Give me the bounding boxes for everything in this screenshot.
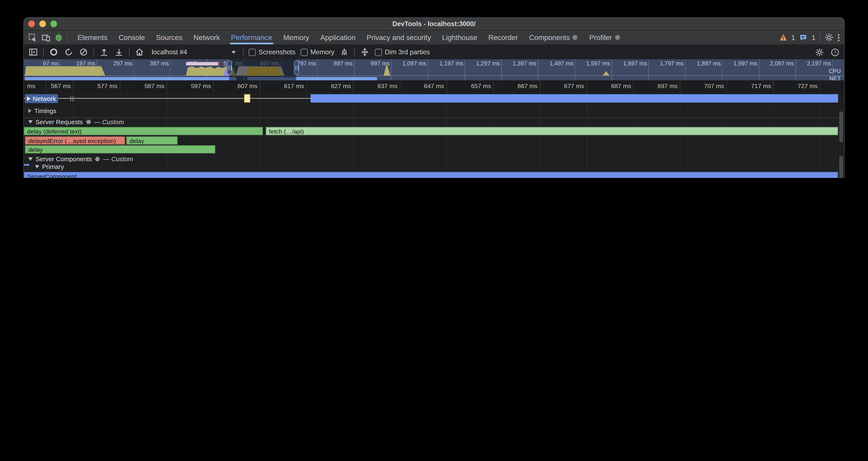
cpu-baseline: [24, 75, 844, 76]
divider: [820, 33, 820, 42]
overview-selection-window[interactable]: [229, 59, 296, 80]
track-drag-handle[interactable]: [70, 96, 74, 102]
flame-scrollbar-thumb[interactable]: [839, 156, 843, 178]
collapse-track-icon[interactable]: [28, 120, 33, 123]
toggle-sidebar-icon[interactable]: [28, 47, 38, 57]
tab-performance[interactable]: Performance: [225, 31, 278, 45]
ruler-time-label: 657 ms: [453, 83, 491, 89]
ruler-time-label: 587 ms: [126, 83, 164, 89]
ruler-time-label: 687 ms: [592, 83, 631, 89]
track-server-components[interactable]: Server Components — Custom: [28, 156, 133, 162]
panel-tabs: Elements Console Sources Network Perform…: [72, 31, 626, 45]
checkbox-box: [301, 49, 308, 56]
react-atom-icon: [614, 34, 620, 40]
track-group-marker: [24, 164, 29, 166]
save-profile-icon[interactable]: [114, 47, 124, 57]
dim-3rd-parties-checkbox[interactable]: Dim 3rd parties: [375, 48, 430, 56]
tab-privacy-and-security[interactable]: Privacy and security: [361, 31, 437, 45]
network-request-bar[interactable]: [244, 94, 250, 103]
tab-console[interactable]: Console: [113, 31, 150, 45]
performance-toolbar: localhost #4 Screenshots Memory Dim 3r: [24, 45, 844, 59]
warnings-indicator[interactable]: [779, 34, 787, 41]
help-icon[interactable]: ?: [830, 47, 840, 57]
checkbox-box: [249, 49, 256, 56]
clear-icon[interactable]: [79, 47, 89, 57]
ruler-time-label: 727 ms: [779, 83, 817, 89]
reload-and-record-icon[interactable]: [64, 47, 74, 57]
collapse-track-icon[interactable]: [28, 157, 33, 161]
ruler-time-label: 667 ms: [499, 83, 537, 89]
load-profile-icon[interactable]: [99, 47, 109, 57]
chevron-down-icon: [231, 51, 236, 54]
event-bar-delay-deferred-text[interactable]: delay (deferred text): [24, 127, 263, 135]
react-atom-icon: [572, 34, 578, 40]
memory-checkbox[interactable]: Memory: [301, 48, 335, 56]
track-timings[interactable]: Timings: [28, 108, 56, 114]
screen: DevTools - localhost:3000/ Elements Cons…: [0, 0, 868, 178]
flame-gridlines: [24, 93, 844, 178]
collapse-group-icon[interactable]: [35, 165, 39, 169]
divider: [354, 48, 355, 56]
network-request-bar[interactable]: [311, 94, 838, 103]
tab-lighthouse[interactable]: Lighthouse: [437, 31, 483, 45]
tab-profiler[interactable]: Profiler: [584, 31, 626, 45]
flame-chart[interactable]: Network Timings Server Requests — Custom…: [24, 93, 844, 178]
devtools-window: DevTools - localhost:3000/ Elements Cons…: [23, 17, 845, 178]
ruler-time-label: 677 ms: [545, 83, 584, 89]
divider: [43, 48, 44, 56]
event-bar-server-component[interactable]: ServerComponent: [24, 172, 838, 178]
ruler-time-label: 697 ms: [639, 83, 678, 89]
net-lane-label: NET: [829, 75, 841, 80]
flame-scrollbar-thumb[interactable]: [839, 111, 843, 142]
more-options-kebab-icon[interactable]: [837, 34, 840, 41]
event-bar-delay[interactable]: delay: [25, 145, 216, 153]
devtools-tab-bar: Elements Console Sources Network Perform…: [24, 31, 844, 45]
record-button[interactable]: [49, 47, 59, 57]
inspect-element-icon[interactable]: [28, 33, 37, 42]
event-bar-delayed-error[interactable]: delayedError (…ayed exception): [25, 137, 125, 145]
timeline-overview[interactable]: 97 ms 197 ms 297 ms 397 ms 497 ms 597 ms…: [24, 59, 844, 80]
selection-right-handle[interactable]: [294, 60, 299, 75]
ruler-time-label: 647 ms: [405, 83, 444, 89]
ruler-time-label: 567 ms: [32, 83, 71, 89]
garbage-collect-icon[interactable]: [339, 47, 349, 57]
ruler-time-label: 597 ms: [172, 83, 211, 89]
react-devtools-icon: [55, 34, 63, 41]
tab-recorder[interactable]: Recorder: [483, 31, 524, 45]
divider: [243, 48, 244, 56]
home-icon[interactable]: [134, 47, 145, 57]
track-network[interactable]: Network: [25, 94, 58, 103]
warnings-count: 1: [791, 34, 795, 41]
track-group-primary[interactable]: Primary: [35, 164, 64, 170]
screenshots-checkbox[interactable]: Screenshots: [249, 48, 296, 56]
event-bar-fetch-api[interactable]: fetch (…/api): [266, 127, 838, 135]
ruler-time-label: 607 ms: [219, 83, 257, 89]
collapse-sections-icon[interactable]: [360, 47, 370, 57]
ruler-time-label: 577 ms: [79, 83, 117, 89]
expand-track-icon[interactable]: [28, 109, 32, 113]
settings-gear-icon[interactable]: [825, 33, 833, 42]
tab-memory[interactable]: Memory: [278, 31, 315, 45]
tab-application[interactable]: Application: [315, 31, 361, 45]
track-server-requests[interactable]: Server Requests — Custom: [28, 119, 124, 125]
ruler-time-label: 707 ms: [685, 83, 724, 89]
ruler-time-label: 717 ms: [733, 83, 771, 89]
tab-elements[interactable]: Elements: [72, 31, 113, 45]
checkbox-box: [375, 49, 382, 56]
window-title: DevTools - localhost:3000/: [24, 18, 844, 30]
expand-track-icon[interactable]: [27, 96, 31, 101]
svg-text:?: ?: [834, 49, 836, 55]
tab-network[interactable]: Network: [188, 31, 225, 45]
device-toolbar-icon[interactable]: [41, 33, 50, 42]
history-dropdown-value: localhost #4: [152, 48, 187, 56]
overview-network-bar: [25, 77, 237, 80]
history-dropdown[interactable]: localhost #4: [150, 47, 238, 57]
tab-components[interactable]: Components: [524, 31, 584, 45]
selection-left-handle[interactable]: [227, 60, 231, 75]
performance-settings-gear-icon[interactable]: [814, 47, 825, 57]
event-bar-delay[interactable]: delay: [126, 137, 178, 145]
tab-sources[interactable]: Sources: [151, 31, 188, 45]
ruler-time-label: 637 ms: [359, 83, 397, 89]
title-bar: DevTools - localhost:3000/: [24, 18, 844, 31]
messages-icon[interactable]: [800, 34, 807, 41]
